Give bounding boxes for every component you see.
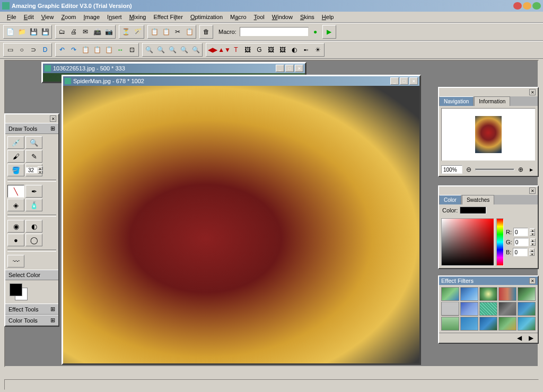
color-balance-button[interactable]: G: [253, 44, 265, 56]
magnify-tool[interactable]: 🔍: [25, 136, 42, 149]
line-size-control[interactable]: ▴▾: [25, 164, 42, 176]
fg-color-swatch[interactable]: [10, 283, 22, 296]
effect-tools-header[interactable]: Effect Tools ⊞: [5, 304, 58, 315]
current-color-swatch[interactable]: [460, 207, 486, 214]
circle-gradient-tool[interactable]: ◐: [25, 220, 42, 233]
zoom-out-button[interactable]: 🔍: [143, 44, 155, 56]
close-button[interactable]: [532, 2, 541, 10]
select-rect-button[interactable]: ▭: [4, 44, 16, 56]
clipboard-copy-button[interactable]: 📋: [91, 44, 103, 56]
timer-button[interactable]: ⏳: [120, 26, 132, 38]
image-2-minimize-button[interactable]: _: [390, 77, 399, 85]
b-up[interactable]: ▴: [529, 248, 535, 252]
menu-tool[interactable]: Tool: [250, 13, 268, 21]
delete-button[interactable]: 🗑: [200, 26, 212, 38]
pencil-tool[interactable]: ✎: [25, 150, 42, 163]
image-window-2-titlebar[interactable]: SpiderMan.jpg - 678 * 1002 _ □ ✕: [63, 76, 419, 86]
menu-image[interactable]: Image: [80, 13, 104, 21]
filled-circle-tool[interactable]: ◉: [7, 220, 24, 233]
curve-tool[interactable]: 〰: [7, 255, 24, 268]
effect-filter-4[interactable]: [518, 287, 536, 301]
line-tool[interactable]: ╲: [7, 185, 24, 198]
zoom-slider[interactable]: [475, 168, 514, 171]
line-size-input[interactable]: [25, 167, 37, 173]
effect-filter-6[interactable]: [460, 302, 478, 316]
shape-tool[interactable]: ◈: [7, 199, 24, 211]
move-button[interactable]: ↔: [115, 44, 126, 56]
save-as-button[interactable]: 💾: [39, 26, 51, 38]
effect-filter-14[interactable]: [518, 317, 536, 331]
menu-optimization[interactable]: Optimization: [187, 13, 226, 21]
image-button[interactable]: 🖼: [265, 44, 277, 56]
effect-filter-7[interactable]: [479, 302, 497, 316]
effect-filter-5[interactable]: [441, 302, 459, 316]
paste-button[interactable]: 📋: [160, 26, 172, 38]
brightness-button[interactable]: ☀: [312, 44, 323, 56]
filled-circle2-tool[interactable]: ●: [7, 234, 24, 246]
menu-file[interactable]: File: [3, 13, 20, 21]
g-input[interactable]: [514, 238, 529, 246]
paste-special-button[interactable]: 📋: [183, 26, 195, 38]
menu-macro[interactable]: Macro: [226, 13, 250, 21]
cut-button[interactable]: ✂: [172, 26, 183, 38]
spray-tool[interactable]: 🧴: [25, 199, 42, 211]
nav-options-button[interactable]: ▸: [527, 165, 536, 174]
effect-filter-9[interactable]: [518, 302, 536, 316]
brush-tool[interactable]: 🖌: [7, 150, 24, 163]
effect-filter-2[interactable]: [479, 287, 497, 301]
color-field-picker[interactable]: [441, 218, 494, 266]
b-input[interactable]: [513, 248, 528, 256]
g-up[interactable]: ▴: [530, 238, 536, 242]
effects-prev-button[interactable]: ◀: [515, 334, 523, 342]
menu-zoom[interactable]: Zoom: [57, 13, 80, 21]
draw-tools-header[interactable]: Draw Tools ⊞: [5, 123, 58, 134]
levels-button[interactable]: ▪▫: [300, 44, 312, 56]
effect-filter-10[interactable]: [441, 317, 459, 331]
camera-button[interactable]: 📷: [103, 26, 115, 38]
menu-insert[interactable]: Insert: [103, 13, 126, 21]
menu-edit[interactable]: Edit: [20, 13, 38, 21]
eyedropper-tool[interactable]: 💉: [7, 136, 24, 149]
zoom-in-button[interactable]: 🔍: [155, 44, 167, 56]
effect-filter-1[interactable]: [460, 287, 478, 301]
open-button[interactable]: 📁: [16, 26, 28, 38]
menu-help[interactable]: Help: [318, 13, 338, 21]
pen-tool[interactable]: ✒: [25, 185, 42, 198]
new-button[interactable]: 📄: [4, 26, 16, 38]
flip-h-button[interactable]: ◀▶: [207, 44, 218, 56]
image-1-minimize-button[interactable]: _: [276, 65, 284, 72]
image-1-maximize-button[interactable]: □: [285, 65, 294, 72]
macro-input[interactable]: [240, 27, 309, 37]
text-button[interactable]: T: [230, 44, 242, 56]
menu-effect-filter[interactable]: Effect Filter: [150, 13, 186, 21]
macro-play-button[interactable]: ▶: [323, 26, 335, 38]
browse-button[interactable]: 🗂: [56, 26, 68, 38]
menu-window[interactable]: Window: [268, 13, 296, 21]
clipboard-cut-button[interactable]: 📋: [80, 44, 91, 56]
zoom-fit-button[interactable]: 🔍: [167, 44, 178, 56]
effects-button[interactable]: 🖼: [277, 44, 288, 56]
image-adjust-button[interactable]: 🖼: [242, 44, 253, 56]
draw-tools-close-button[interactable]: ✕: [50, 115, 56, 122]
swatches-tab[interactable]: Swatches: [462, 195, 494, 204]
image-2-close-button[interactable]: ✕: [409, 77, 418, 85]
flip-v-button[interactable]: ▲▼: [218, 44, 230, 56]
menu-skins[interactable]: Skins: [296, 13, 318, 21]
r-up[interactable]: ▴: [530, 228, 535, 232]
effect-filter-12[interactable]: [479, 317, 497, 331]
zoom-out-nav-button[interactable]: ⊖: [465, 165, 473, 174]
effects-close-button[interactable]: ✕: [529, 278, 536, 284]
effect-filter-0[interactable]: [441, 287, 459, 301]
select-lasso-button[interactable]: ⊃: [28, 44, 39, 56]
menu-view[interactable]: View: [38, 13, 58, 21]
contrast-button[interactable]: ◐: [288, 44, 300, 56]
effects-next-button[interactable]: ▶: [527, 334, 535, 342]
clipboard-paste-button[interactable]: 📋: [103, 44, 115, 56]
save-button[interactable]: 💾: [28, 26, 39, 38]
select-polygon-button[interactable]: D: [39, 44, 51, 56]
zoom-input[interactable]: [441, 165, 462, 174]
color-tools-header[interactable]: Color Tools ⊞: [5, 315, 58, 326]
image-window-1-titlebar[interactable]: 1036226513.jpg - 500 * 333 _ □ ✕: [43, 64, 305, 73]
print-button[interactable]: 🖨: [68, 26, 80, 38]
email-button[interactable]: ✉: [80, 26, 91, 38]
